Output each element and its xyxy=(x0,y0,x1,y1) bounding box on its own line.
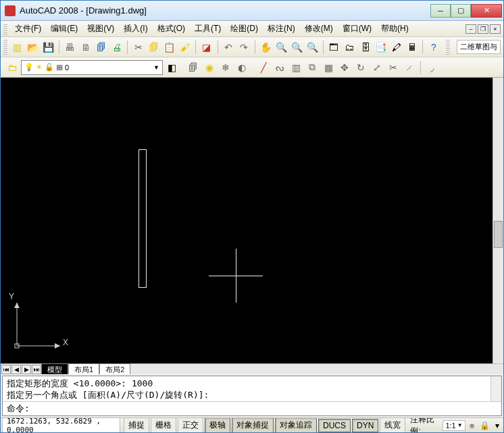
menu-file[interactable]: 文件(F) xyxy=(10,21,46,36)
ducs-toggle[interactable]: DUCS xyxy=(318,419,351,432)
layer-off-button[interactable]: ◐ xyxy=(234,60,249,75)
separator xyxy=(59,41,59,54)
plot-button[interactable]: 🖨 xyxy=(109,40,124,55)
design-center-button[interactable]: 🗂 xyxy=(343,40,357,55)
scale-button[interactable]: ⤢ xyxy=(370,60,384,75)
grip-icon xyxy=(446,40,450,55)
dyn-toggle[interactable]: DYN xyxy=(352,419,378,432)
undo-button[interactable]: ↶ xyxy=(221,40,235,55)
ucs-y-label: Y xyxy=(9,292,14,301)
tab-next-button[interactable]: ▶ xyxy=(22,365,31,374)
copy-button[interactable]: 🗐 xyxy=(147,40,161,55)
menu-dimension[interactable]: 标注(N) xyxy=(263,21,300,36)
sheet-set-button[interactable]: 📑 xyxy=(374,40,388,55)
layer-iso-button[interactable]: ◉ xyxy=(202,60,217,75)
redo-button[interactable]: ↷ xyxy=(237,40,251,55)
lwt-toggle[interactable]: 线宽 xyxy=(380,417,405,432)
command-prompt: 命令: xyxy=(7,403,30,415)
tab-layout2[interactable]: 布局2 xyxy=(99,363,130,375)
command-input[interactable] xyxy=(32,404,497,414)
trim-button[interactable]: ✂ xyxy=(386,60,401,75)
markup-button[interactable]: 🖍 xyxy=(389,40,403,55)
tool-palettes-button[interactable]: 🗄 xyxy=(358,40,372,55)
zoom-prev-button[interactable]: 🔍 xyxy=(305,40,320,55)
help-button[interactable]: ? xyxy=(426,40,440,55)
command-scrollbar[interactable] xyxy=(490,376,501,401)
fillet-button[interactable]: ◞ xyxy=(424,60,439,75)
vertical-scrollbar[interactable] xyxy=(493,78,503,363)
drawing-canvas[interactable]: X Y xyxy=(1,78,493,363)
svg-marker-1 xyxy=(55,343,60,349)
move-button[interactable]: ✥ xyxy=(337,60,352,75)
open-button[interactable]: 📂 xyxy=(26,40,40,55)
paste-button[interactable]: 📋 xyxy=(162,40,176,55)
polar-toggle[interactable]: 极轴 xyxy=(205,417,230,432)
zoom-window-button[interactable]: 🔍 xyxy=(290,40,304,55)
minimize-button[interactable]: ─ xyxy=(430,4,451,18)
coordinates-display[interactable]: 1672.1263, 532.6829 , 0.0000 xyxy=(2,417,120,432)
layer-manager-button[interactable]: 🗀 xyxy=(5,60,20,75)
layer-prev-button[interactable]: ◧ xyxy=(164,60,179,75)
properties-button[interactable]: 🗔 xyxy=(327,40,341,55)
menu-format[interactable]: 格式(O) xyxy=(153,21,190,36)
line-button[interactable]: ╱ xyxy=(256,60,271,75)
publish-button[interactable]: 🗐 xyxy=(94,40,108,55)
print-button[interactable]: 🖶 xyxy=(63,40,77,55)
separator xyxy=(422,41,423,54)
new-button[interactable]: ▥ xyxy=(10,40,24,55)
pline-button[interactable]: ᔓ xyxy=(272,60,287,75)
menu-edit[interactable]: 编辑(E) xyxy=(46,21,82,36)
horizontal-scrollbar[interactable] xyxy=(133,365,503,374)
layer-dropdown[interactable]: 💡 ☀ 🔓 ▦ 0 ▼ xyxy=(21,60,163,75)
extend-button[interactable]: ⟋ xyxy=(402,60,417,75)
menu-modify[interactable]: 修改(M) xyxy=(300,21,338,36)
lightbulb-icon: 💡 xyxy=(24,63,34,72)
snap-toggle[interactable]: 捕捉 xyxy=(124,417,149,432)
tab-last-button[interactable]: ⏭ xyxy=(32,365,41,374)
mdi-close-button[interactable]: × xyxy=(490,24,501,34)
offset-button[interactable]: ⧉ xyxy=(305,60,320,75)
quickcalc-button[interactable]: 🖩 xyxy=(405,40,419,55)
save-button[interactable]: 💾 xyxy=(41,40,55,55)
status-tray-icon[interactable]: ▾ xyxy=(492,419,503,432)
tab-prev-button[interactable]: ◀ xyxy=(11,365,21,374)
tab-layout1[interactable]: 布局1 xyxy=(68,363,99,375)
tab-first-button[interactable]: ⏮ xyxy=(1,365,11,374)
maximize-button[interactable]: ▢ xyxy=(451,4,471,18)
scrollbar-thumb[interactable] xyxy=(494,221,503,248)
print-preview-button[interactable]: 🗎 xyxy=(78,40,93,55)
menu-tools[interactable]: 工具(T) xyxy=(190,21,226,36)
layer-states-button[interactable]: 🗐 xyxy=(186,60,201,75)
lock-icon[interactable]: 🔒 xyxy=(479,419,490,432)
workspace-label[interactable]: 二维草图与 xyxy=(457,40,501,54)
tab-model[interactable]: 模型 xyxy=(41,363,68,375)
grid-toggle[interactable]: 栅格 xyxy=(151,417,176,432)
layer-toolbar: 🗀 💡 ☀ 🔓 ▦ 0 ▼ ◧ 🗐 ◉ ❄ ◐ ╱ ᔓ ▥ ⧉ ▦ ✥ ↻ ⤢ … xyxy=(1,57,503,78)
ucs-icon xyxy=(13,296,67,350)
menu-view[interactable]: 视图(V) xyxy=(82,21,119,36)
cut-button[interactable]: ✂ xyxy=(131,40,145,55)
rotate-button[interactable]: ↻ xyxy=(353,60,368,75)
ortho-toggle[interactable]: 正交 xyxy=(178,417,203,432)
close-button[interactable]: ✕ xyxy=(471,4,502,18)
mdi-minimize-button[interactable]: – xyxy=(465,24,476,34)
match-prop-button[interactable]: 🖌 xyxy=(178,40,192,55)
menu-insert[interactable]: 插入(I) xyxy=(119,21,152,36)
menu-window[interactable]: 窗口(W) xyxy=(338,21,376,36)
annotation-visibility-icon[interactable]: ⍟ xyxy=(467,419,478,432)
mdi-restore-button[interactable]: ❐ xyxy=(478,24,488,34)
pan-button[interactable]: ✋ xyxy=(259,40,273,55)
menu-draw[interactable]: 绘图(D) xyxy=(226,21,263,36)
mirror-button[interactable]: ▥ xyxy=(288,60,303,75)
layer-freeze-button[interactable]: ❄ xyxy=(218,60,233,75)
scale-dropdown[interactable]: 1:1 ▼ xyxy=(443,420,465,431)
menu-help[interactable]: 帮助(H) xyxy=(376,21,413,36)
block-editor-button[interactable]: ◪ xyxy=(199,40,213,55)
array-button[interactable]: ▦ xyxy=(321,60,336,75)
crosshair-vertical xyxy=(236,249,236,303)
osnap-toggle[interactable]: 对象捕捉 xyxy=(232,417,274,432)
command-history[interactable]: 指定矩形的宽度 <10.0000>: 1000 指定另一个角点或 [面积(A)/… xyxy=(3,376,501,402)
window-title: AutoCAD 2008 - [Drawing1.dwg] xyxy=(20,5,430,16)
otrack-toggle[interactable]: 对象追踪 xyxy=(275,417,317,432)
zoom-realtime-button[interactable]: 🔍 xyxy=(274,40,288,55)
